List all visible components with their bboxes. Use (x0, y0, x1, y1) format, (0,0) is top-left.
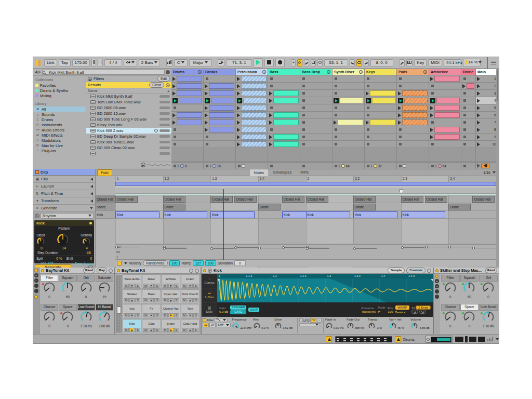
clip-launch-icon[interactable] (237, 91, 240, 96)
back-to-arrangement-button[interactable] (481, 164, 489, 168)
playing-clip-icon[interactable] (430, 98, 435, 103)
clip-launch-icon[interactable] (205, 113, 208, 117)
scene-launch-icon[interactable] (477, 121, 480, 125)
browser-forward-icon[interactable] (38, 71, 41, 74)
clip-slot[interactable] (171, 126, 203, 134)
clip-bar[interactable] (404, 98, 428, 103)
filter-toggle[interactable] (203, 318, 206, 322)
knob-value[interactable]: 0.00 ms (334, 326, 344, 329)
knob-dial[interactable] (389, 322, 397, 330)
clip-slot[interactable] (171, 75, 203, 83)
track-header[interactable]: Drone (461, 69, 475, 75)
pad-mute-button[interactable]: M (124, 284, 129, 288)
knob-dial[interactable] (325, 322, 333, 330)
knob-dial[interactable] (368, 322, 376, 330)
clip-slot[interactable] (365, 119, 396, 126)
knob-value[interactable]: -3 st (376, 326, 382, 329)
drum-pad-bass-echo[interactable]: Bass EchoMS (123, 274, 141, 289)
add-filter-icon[interactable]: + (166, 83, 170, 87)
pad-play-button[interactable] (188, 313, 193, 317)
pattern-value[interactable]: 24 (62, 246, 66, 251)
velocity-marker[interactable] (472, 247, 475, 249)
simpler-knob-fade-out[interactable]: Fade Out358 ms (347, 317, 368, 334)
loop-bar[interactable] (115, 182, 496, 186)
nudge-up-icon[interactable] (98, 59, 103, 66)
scale-name-menu[interactable]: Major (189, 59, 212, 66)
sidebar-item-sounds[interactable]: ♫Sounds (33, 112, 86, 117)
clip-panel-header[interactable]: Clip (33, 169, 95, 176)
track-menu-icon[interactable] (359, 70, 363, 74)
pad-play-button[interactable] (188, 328, 193, 332)
tab-envelopes[interactable]: Envelopes (269, 169, 296, 177)
macro-value[interactable]: 0 (449, 295, 451, 299)
pad-solo-button[interactable]: S (193, 298, 198, 302)
clip-bar[interactable] (434, 112, 460, 118)
rack1-hotswap-icon[interactable] (109, 269, 113, 273)
mode-tab-slice[interactable]: ▥Slice (202, 302, 217, 317)
file-row[interactable]: BD 2600 05.wav (86, 105, 171, 111)
macro-knob[interactable] (463, 311, 475, 324)
midi-note[interactable]: Closed Hat (282, 196, 304, 203)
clip-slot[interactable] (204, 90, 235, 97)
scene-launch-icon[interactable] (477, 77, 480, 81)
warning-icon-2[interactable] (395, 336, 401, 342)
simpler-hotswap-icon[interactable] (427, 269, 431, 273)
clip-slot[interactable] (461, 112, 475, 119)
key-map-button[interactable]: Key (414, 59, 427, 66)
stop-button[interactable] (264, 59, 274, 67)
clip-bar[interactable] (241, 76, 267, 82)
velocity-marker[interactable] (163, 247, 166, 250)
section-fold-icon[interactable] (90, 185, 93, 188)
macro-value[interactable]: 1.18 dB (80, 324, 91, 328)
macro-label[interactable]: Grit (479, 275, 498, 282)
drum-pad-open-hat[interactable]: Open HatMS (162, 289, 180, 304)
scene-slot[interactable]: 1 (476, 75, 498, 83)
drum-pad-clap-hard[interactable]: Clap HardMS (181, 319, 200, 334)
drum-pad-tom[interactable]: TomMS (181, 304, 200, 318)
clip-slot[interactable] (332, 141, 364, 148)
velocity-marker[interactable] (258, 247, 261, 249)
clip-slot[interactable] (365, 134, 396, 141)
midi-note[interactable]: Kick (210, 211, 255, 218)
clip-slot[interactable] (268, 126, 300, 134)
rack3-add-icon[interactable]: + (435, 279, 439, 283)
clip-slot[interactable] (236, 141, 268, 148)
clip-launch-icon[interactable] (269, 91, 272, 96)
pad-solo-button[interactable]: S (174, 328, 179, 332)
fold-button[interactable]: Fold (97, 169, 112, 176)
clip-slot[interactable] (268, 97, 300, 104)
drum-pad-kick[interactable]: KickMS (123, 319, 141, 334)
clip-slot[interactable] (429, 75, 461, 83)
simpler-knob-volume[interactable]: Volume-6.86 dB (410, 317, 432, 334)
section-fold-icon[interactable] (90, 200, 93, 203)
pad-play-button[interactable] (168, 313, 174, 317)
track-header[interactable]: Percussion (236, 69, 268, 75)
pad-mute-button[interactable]: M (163, 298, 168, 302)
clip-bar[interactable] (273, 90, 299, 96)
midi-note[interactable]: Snare (258, 204, 281, 210)
midi-note[interactable]: Kick (401, 211, 445, 218)
macro-label[interactable]: Hi Boost (96, 304, 113, 311)
rack3-title-bar[interactable]: Skitter and Step Mas... Rand (434, 268, 499, 274)
clip-launch-icon[interactable] (269, 99, 272, 103)
key-label-snare[interactable]: Snare (96, 203, 115, 211)
macro-value[interactable]: 0 (469, 324, 471, 328)
macro-knob[interactable] (61, 282, 74, 295)
velocity-lane[interactable]: 127641 (115, 244, 496, 260)
clip-launch-icon[interactable] (462, 84, 466, 88)
file-row[interactable]: Kick 909 Tune11.wav (86, 139, 171, 145)
clip-slot[interactable] (365, 90, 396, 97)
clip-bar[interactable] (370, 119, 395, 125)
macro-value[interactable]: 1.18 dB (483, 324, 494, 328)
clip-launch-icon[interactable] (237, 121, 240, 125)
rand-button[interactable]: Rand (83, 268, 95, 273)
velocity-marker[interactable] (425, 246, 428, 248)
pad-solo-button[interactable]: S (174, 298, 179, 302)
clip-slot[interactable] (332, 104, 364, 112)
clip-launch-icon[interactable] (172, 77, 176, 81)
scene-slot[interactable]: 2 (476, 83, 498, 90)
drum-pad-bass[interactable]: BassMS (142, 289, 161, 304)
pad-solo-button[interactable]: S (154, 328, 159, 332)
clip-slot[interactable] (300, 90, 332, 97)
scene-slot[interactable]: 10 (476, 141, 498, 148)
